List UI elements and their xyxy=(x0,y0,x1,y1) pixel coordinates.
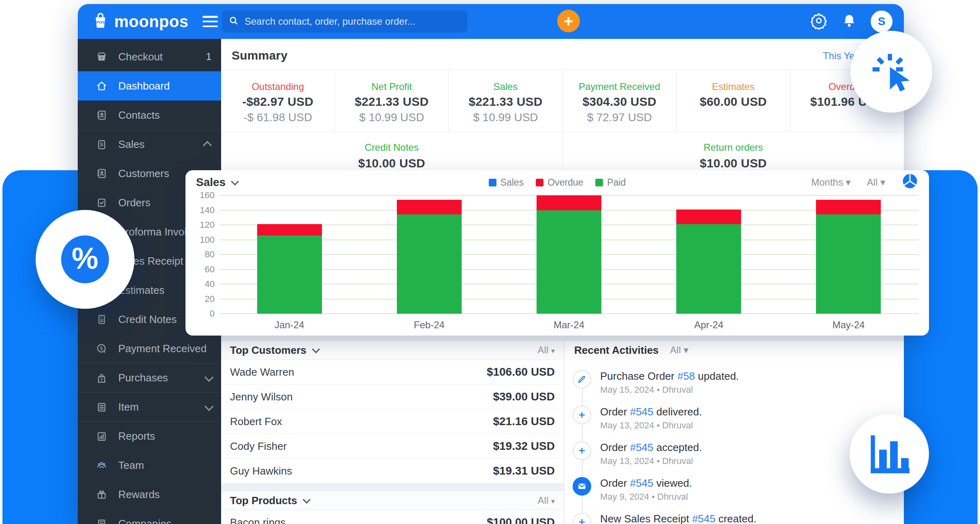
recent-activities-title: Recent Activities xyxy=(574,344,659,357)
metric-value: $10.00 USD xyxy=(700,156,767,170)
customer-row[interactable]: Wade Warren$106.60 USD xyxy=(221,360,564,385)
sidebar-item-checkout[interactable]: Checkout1 xyxy=(78,42,221,71)
recent-activities-panel: Recent Activities All ▾ Purchase Order #… xyxy=(565,341,904,524)
logo-text: moonpos xyxy=(114,13,188,31)
sidebar-item-team[interactable]: Team xyxy=(78,451,221,480)
chevron-up-icon xyxy=(203,141,212,150)
dollar-icon: $ xyxy=(96,342,108,355)
chevron-down-icon[interactable] xyxy=(312,345,320,353)
logo[interactable]: POS moonpos xyxy=(92,4,188,39)
bar-may-24[interactable] xyxy=(816,200,881,314)
cursor-click-icon xyxy=(868,48,915,95)
sidebar-item-reports[interactable]: Reports xyxy=(78,421,221,451)
sales-chart-card: SalesOverduePaid Sales Months ▾ All ▾ 02… xyxy=(185,170,929,336)
sidebar-item-dashboard[interactable]: Dashboard xyxy=(78,71,221,101)
chart-filter-dropdown[interactable]: All ▾ xyxy=(867,177,885,188)
activity-date: May 13, 2024 • Dhruval xyxy=(600,456,693,466)
activity-ref-link[interactable]: #545 xyxy=(630,406,654,418)
bar-mar-24[interactable] xyxy=(537,195,601,314)
top-customers-filter[interactable]: All ▾ xyxy=(538,344,555,356)
sidebar-item-item[interactable]: Item xyxy=(78,392,221,421)
metric-label: Net Profit xyxy=(371,81,412,92)
top-products-filter[interactable]: All ▾ xyxy=(538,495,555,506)
activity-item[interactable]: Purchase Order #58 updated.May 15, 2024 … xyxy=(565,370,904,406)
activity-ref-link[interactable]: #545 xyxy=(630,477,654,489)
x-axis-label: Mar-24 xyxy=(499,319,639,331)
bar-apr-24[interactable] xyxy=(676,210,741,314)
activity-text: Order #545 delivered. xyxy=(600,406,702,418)
metric-label: Return orders xyxy=(703,142,763,153)
search-input[interactable] xyxy=(244,15,461,28)
bar-segment-paid xyxy=(537,210,601,314)
list-icon xyxy=(96,401,108,413)
bar-segment-paid xyxy=(676,224,741,314)
customer-name: Jenny Wilson xyxy=(230,391,293,403)
svg-text:S: S xyxy=(100,142,103,148)
activity-text: Order #545 viewed. xyxy=(600,477,692,490)
activity-item[interactable]: New Sales Receipt #545 created. xyxy=(565,513,904,524)
activity-ref-link[interactable]: #545 xyxy=(630,441,654,453)
metric-label: Outstanding xyxy=(251,81,304,92)
sidebar-item-label: Dashboard xyxy=(118,80,170,92)
sidebar-item-companies[interactable]: Companies xyxy=(78,509,221,524)
customer-row[interactable]: Jenny Wilson$39.00 USD xyxy=(221,385,564,409)
customer-row[interactable]: Cody Fisher$19.32 USD xyxy=(221,434,564,459)
product-row[interactable]: Bacon rings$100.00 USD xyxy=(221,510,564,524)
customer-amount: $19.31 USD xyxy=(493,464,555,477)
customer-row[interactable]: Guy Hawkins$19.31 USD xyxy=(221,459,564,483)
y-axis-tick: 60 xyxy=(196,264,215,275)
sidebar-item-contacts[interactable]: Contacts xyxy=(78,101,221,130)
sidebar-item-payment-received[interactable]: $Payment Received xyxy=(78,334,221,363)
customer-name: Robert Fox xyxy=(230,415,282,428)
sales-icon: S xyxy=(96,139,108,151)
product-amount: $100.00 USD xyxy=(487,516,555,524)
add-button[interactable]: + xyxy=(557,10,580,32)
y-axis-tick: 40 xyxy=(196,279,215,289)
x-axis-label: Jan-24 xyxy=(219,319,359,331)
customer-row[interactable]: Robert Fox$21.16 USD xyxy=(221,409,564,434)
building-icon xyxy=(96,518,108,524)
notifications-bell-icon[interactable] xyxy=(842,13,857,30)
bar-segment-overdue xyxy=(257,224,322,235)
chart-period-dropdown[interactable]: Months ▾ xyxy=(811,177,850,188)
sidebar-item-rewards[interactable]: Rewards xyxy=(78,480,221,509)
svg-text:$: $ xyxy=(100,377,103,381)
plus-icon xyxy=(573,441,591,460)
chart-title-dropdown[interactable]: Sales xyxy=(196,176,237,189)
chevron-down-icon[interactable] xyxy=(303,496,311,504)
activity-item[interactable]: Order #545 viewed.May 9, 2024 • Dhruval xyxy=(565,477,904,513)
sidebar-item-label: Credit Notes xyxy=(118,313,177,326)
sidebar-item-label: Team xyxy=(118,459,144,472)
activity-ref-link[interactable]: #58 xyxy=(677,370,695,382)
sidebar-item-label: Payment Received xyxy=(118,342,207,355)
search-bar[interactable] xyxy=(222,11,467,32)
settings-gear-icon[interactable] xyxy=(810,12,828,31)
activity-date: May 9, 2024 • Dhruval xyxy=(600,492,688,502)
chart-plot-area: 020406080100120140160 xyxy=(196,195,918,314)
chevron-down-icon xyxy=(231,178,239,186)
metric-value: -$ 61.98 USD xyxy=(243,111,312,124)
activity-item[interactable]: Order #545 delivered.May 13, 2024 • Dhru… xyxy=(565,406,904,441)
y-axis-tick: 80 xyxy=(196,249,215,260)
activity-ref-link[interactable]: #545 xyxy=(692,513,716,524)
bar-jan-24[interactable] xyxy=(257,224,322,314)
customer-name: Cody Fisher xyxy=(230,440,287,453)
bar-feb-24[interactable] xyxy=(397,200,462,314)
bar-segment-overdue xyxy=(537,195,601,210)
sidebar-item-purchases[interactable]: $Purchases xyxy=(78,363,221,392)
metric-credit-notes: Credit Notes$10.00 USD xyxy=(221,132,562,174)
click-cursor-badge xyxy=(850,31,932,113)
pie-chart-icon[interactable] xyxy=(901,173,918,192)
plus-icon xyxy=(573,406,591,424)
recent-activities-filter[interactable]: All ▾ xyxy=(670,344,688,356)
menu-icon[interactable] xyxy=(202,16,218,27)
customer-amount: $19.32 USD xyxy=(493,440,555,453)
y-axis-tick: 160 xyxy=(196,190,215,201)
sidebar-item-sales[interactable]: SSales xyxy=(78,130,221,159)
activity-text: New Sales Receipt #545 created. xyxy=(600,513,756,524)
bar-segment-paid xyxy=(816,214,881,314)
y-axis-tick: 0 xyxy=(196,308,215,319)
bar-chart-badge xyxy=(850,414,929,494)
metric-label: Sales xyxy=(493,81,518,92)
user-avatar[interactable]: S xyxy=(871,11,893,32)
